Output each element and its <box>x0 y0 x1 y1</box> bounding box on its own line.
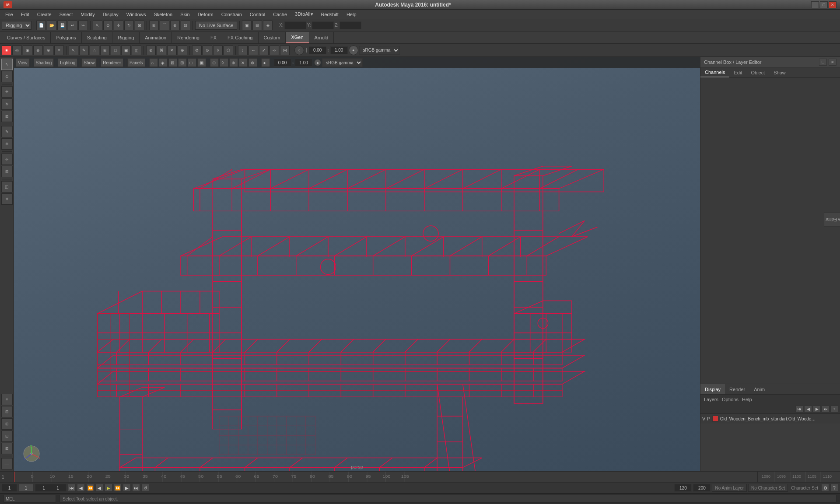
sidebar-btn-layer2[interactable]: ⊟ <box>1 406 13 417</box>
tab-rendering[interactable]: Rendering <box>172 32 205 43</box>
menu-deform[interactable]: Deform <box>194 10 217 19</box>
options-menu[interactable]: Options <box>722 397 738 402</box>
end-frame-input[interactable] <box>674 484 692 492</box>
checkmark-input[interactable] <box>51 484 64 492</box>
tb2-btn14[interactable]: ⊛ <box>146 46 156 55</box>
vp-icon3[interactable]: ⊠ <box>168 58 177 67</box>
sidebar-btn-note[interactable]: ⊟ <box>1 166 13 177</box>
tab-fx-caching[interactable]: FX Caching <box>222 32 258 43</box>
vp-lighting-btn[interactable]: Lighting <box>58 58 77 67</box>
scale-tool-btn[interactable]: ⊠ <box>135 21 144 30</box>
vp-shading-btn[interactable]: Shading <box>34 58 54 67</box>
frame-scale-input[interactable] <box>330 46 348 54</box>
layer-nav-prev[interactable]: ◀ <box>804 406 812 413</box>
sidebar-btn-layer5[interactable]: ⊠ <box>1 443 13 454</box>
vp-gamma-select[interactable]: sRGB gamma <box>322 58 363 67</box>
tab-curves-surfaces[interactable]: Curves / Surfaces <box>2 32 51 43</box>
x-coord-input[interactable] <box>284 21 306 29</box>
tb2-btn21[interactable]: ⬡ <box>224 46 233 55</box>
snap-curve-btn[interactable]: ⌒ <box>160 21 169 30</box>
undo-btn[interactable]: ↩ <box>68 21 77 30</box>
sidebar-btn-measure[interactable]: ⊹ <box>1 154 13 165</box>
playback-start-input[interactable] <box>19 484 33 492</box>
menu-help[interactable]: Help <box>343 10 360 19</box>
tab-xgen[interactable]: XGen <box>286 32 309 43</box>
menu-modify[interactable]: Modify <box>77 10 98 19</box>
no-anim-layer-btn[interactable]: No Anim Layer <box>712 484 747 492</box>
menu-select[interactable]: Select <box>56 10 77 19</box>
vp-icon11[interactable]: ⊛ <box>248 58 257 67</box>
layer-nav-last[interactable]: ⏭ <box>822 406 830 413</box>
loop-btn[interactable]: ↺ <box>141 484 149 492</box>
tab-render[interactable]: Render <box>725 384 749 394</box>
attribute-editor-tab[interactable]: Attribute Editor <box>824 212 840 227</box>
sidebar-btn-move[interactable]: ✛ <box>1 86 13 98</box>
play-fwd-btn[interactable]: ▶ <box>105 484 112 492</box>
snap-grid-btn[interactable]: ⊞ <box>149 21 159 30</box>
vp-icon9[interactable]: ⊕ <box>229 58 238 67</box>
sidebar-btn-paint[interactable]: ✎ <box>1 126 13 137</box>
sidebar-btn-lasso[interactable]: ⊙ <box>1 71 13 82</box>
tb2-btn4[interactable]: ⊕ <box>33 46 43 55</box>
tb2-btn17[interactable]: ⊕ <box>178 46 187 55</box>
menu-3dtoall[interactable]: 3DtoAll▾ <box>291 10 316 19</box>
panel-float-btn[interactable]: □ <box>819 59 827 66</box>
layer-color-swatch[interactable] <box>712 416 718 422</box>
preferences-btn[interactable]: ⚙ <box>821 484 829 492</box>
vp-color-circle[interactable]: ● <box>314 59 321 66</box>
next-keyframe-btn[interactable]: ⏩ <box>114 484 122 492</box>
menu-skin[interactable]: Skin <box>177 10 193 19</box>
menu-skeleton[interactable]: Skeleton <box>150 10 176 19</box>
tab-edit[interactable]: Edit <box>729 67 746 77</box>
mode-dropdown[interactable]: Rigging <box>2 21 32 30</box>
tb2-color-btn[interactable]: ● <box>349 46 358 55</box>
prev-frame-btn[interactable]: ◀ <box>77 484 85 492</box>
vp-icon10[interactable]: ✕ <box>239 58 248 67</box>
open-file-btn[interactable]: 📂 <box>47 21 56 30</box>
menu-edit[interactable]: Edit <box>18 10 33 19</box>
tb2-btn23[interactable]: ↔ <box>248 46 258 55</box>
tab-anim[interactable]: Anim <box>749 384 769 394</box>
window-controls[interactable]: ─ □ ✕ <box>811 1 836 8</box>
tb2-btn7[interactable]: ↖ <box>69 46 78 55</box>
tb2-btn16[interactable]: ✕ <box>167 46 177 55</box>
tb2-btn20[interactable]: ◊ <box>213 46 223 55</box>
prev-keyframe-btn[interactable]: ⏪ <box>86 484 94 492</box>
snap-point-btn[interactable]: ⊕ <box>170 21 180 30</box>
ipr-btn[interactable]: ⊟ <box>252 21 262 30</box>
menu-windows[interactable]: Windows <box>123 10 150 19</box>
viewport[interactable]: View Shading Lighting Show Renderer Pane… <box>14 57 700 471</box>
menu-control[interactable]: Control <box>246 10 269 19</box>
maximize-button[interactable]: □ <box>820 1 828 8</box>
playback-start-frame[interactable] <box>18 484 34 492</box>
menu-display[interactable]: Display <box>99 10 122 19</box>
tb2-btn25[interactable]: ⊹ <box>270 46 279 55</box>
tab-rigging[interactable]: Rigging <box>112 32 140 43</box>
tb2-btn12[interactable]: ▣ <box>121 46 131 55</box>
sidebar-btn-layer4[interactable]: ⊡ <box>1 430 13 442</box>
tb2-btn19[interactable]: ⊙ <box>203 46 212 55</box>
save-file-btn[interactable]: 💾 <box>57 21 67 30</box>
tb2-btn2[interactable]: ◎ <box>12 46 22 55</box>
sidebar-btn-minus[interactable]: ─ <box>1 458 13 469</box>
sidebar-btn-rotate[interactable]: ↻ <box>1 98 13 110</box>
tab-channels[interactable]: Channels <box>700 67 729 77</box>
rotate-tool-btn[interactable]: ↻ <box>124 21 134 30</box>
tab-animation[interactable]: Animation <box>140 32 172 43</box>
tb2-btn26[interactable]: ⋈ <box>280 46 290 55</box>
menu-cache[interactable]: Cache <box>270 10 290 19</box>
sidebar-btn-sculpt[interactable]: ⊛ <box>1 138 13 150</box>
tb2-btn10[interactable]: ⊞ <box>100 46 110 55</box>
timeline-ruler[interactable]: 5 10 15 20 25 30 35 40 45 50 55 60 65 70… <box>14 472 757 482</box>
tb2-btn5[interactable]: ⊗ <box>44 46 53 55</box>
tab-display[interactable]: Display <box>700 384 725 394</box>
layers-menu[interactable]: Layers <box>704 397 718 402</box>
tb2-btn9[interactable]: ☆ <box>90 46 99 55</box>
lasso-btn[interactable]: ⊙ <box>103 21 113 30</box>
menu-file[interactable]: File <box>2 10 17 19</box>
vp-icon8[interactable]: ◊ <box>220 58 228 67</box>
no-character-set-btn[interactable]: No Character Set <box>748 484 788 492</box>
vp-renderer-btn[interactable]: Renderer <box>101 58 123 67</box>
tab-fx[interactable]: FX <box>205 32 222 43</box>
gamma-select[interactable]: sRGB gamma <box>359 46 400 55</box>
